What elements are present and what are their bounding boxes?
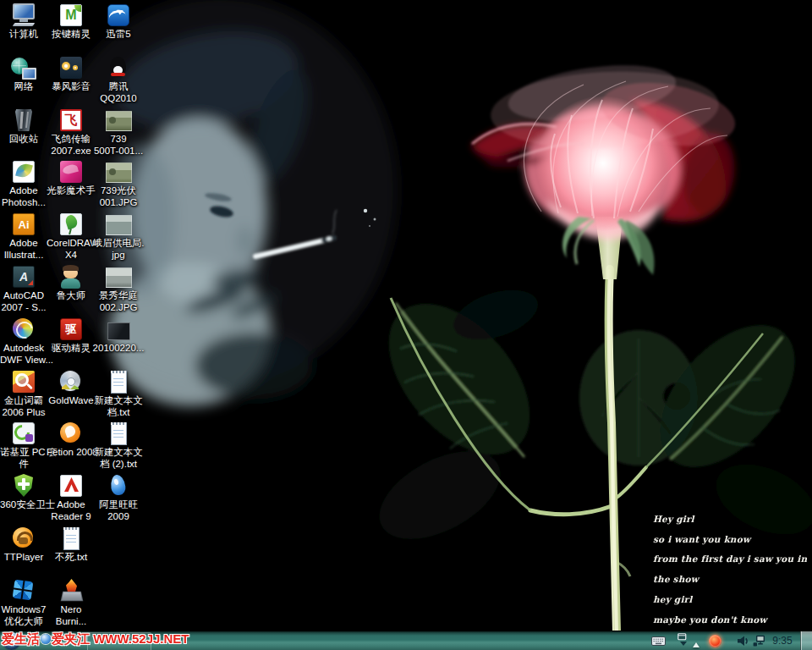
icon-label: 不死.txt [47, 552, 96, 564]
wallpaper-lyrics: Hey girlso i want you knowfrom the first… [653, 510, 812, 650]
photo-emei-gongdianju-icon [106, 212, 131, 236]
icon-label: 计算机 [0, 29, 47, 41]
anjian-jingling-icon: M [58, 3, 84, 27]
desktop-icon-photo-739-500t[interactable]: 739500T-001... [92, 107, 145, 157]
icon-label: AdobePhotosh... [0, 185, 47, 208]
icon-label: 网络 [0, 81, 47, 93]
icon-label: 新建文本文档 (2).txt [92, 447, 145, 470]
luda-shi-icon [58, 265, 84, 289]
lyric-line: maybe you don't know [653, 610, 812, 631]
show-hidden-icons-button[interactable] [693, 639, 700, 647]
volume-icon[interactable] [737, 635, 750, 647]
icon-label: 峨眉供电局.jpg [92, 238, 145, 261]
icon-label: 新建文本文档.txt [92, 395, 145, 418]
icon-label: 360安全卫士 [0, 499, 47, 511]
windows7-youhua-dashi-icon [11, 579, 36, 603]
computer-icon [11, 3, 36, 27]
desktop-icon-qudong-jingling[interactable]: 驱驱动精灵 [47, 317, 96, 355]
recycle-bin-icon [11, 108, 36, 132]
tencent-qq2010-icon [106, 56, 131, 80]
desktop-icon-coreldraw-x4[interactable]: CorelDRAWX4 [47, 212, 96, 261]
icon-label: AdobeReader 9 [47, 499, 96, 522]
qudong-jingling-icon: 驱 [58, 317, 84, 341]
lyric-line: so i want you know [653, 530, 812, 550]
desktop-icon-nokia-pc-suite[interactable]: 诺基亚 PC 套件 [0, 421, 47, 470]
adobe-reader-9-icon [58, 474, 84, 498]
watermark-site: WWW.52JJ.NET [93, 631, 189, 646]
desktop-icon-new-text-document-2[interactable]: 新建文本文档 (2).txt [92, 421, 145, 470]
icon-label: 鲁大师 [47, 290, 96, 302]
xunlei5-icon [106, 3, 131, 27]
icon-label: 迅雷5 [92, 29, 145, 41]
adobe-illustrator-icon: Ai [11, 212, 36, 236]
icon-label: 暴风影音 [47, 81, 96, 93]
language-bar-icon[interactable] [678, 633, 687, 641]
desktop-icon-fetion-2008[interactable]: Fetion 2008 [47, 421, 96, 459]
icon-label: 阿里旺旺2009 [92, 499, 145, 522]
desktop-icon-windows7-youhua-dashi[interactable]: Windows7优化大师 [0, 578, 47, 627]
nokia-pc-suite-icon [11, 421, 36, 445]
icon-label: 739500T-001... [92, 134, 145, 157]
lyric-line: Hey girl [653, 510, 812, 530]
desktop-icon-adobe-illustrator[interactable]: AiAdobeIllustrat... [0, 212, 47, 261]
watermark-text-pre: 爱生活 [2, 631, 40, 646]
desktop-icon-goldwave[interactable]: GoldWave [47, 369, 96, 407]
icon-label: 景秀华庭002.JPG [92, 290, 145, 313]
baofeng-yingyin-icon [58, 56, 84, 80]
desktop-icon-xunlei5[interactable]: 迅雷5 [92, 3, 145, 41]
busi-txt-icon [58, 526, 84, 550]
desktop-icon-ttplayer[interactable]: TTPlayer [0, 526, 47, 564]
icon-label: 飞鸽传输2007.exe [47, 134, 96, 157]
watermark-globe-icon [41, 634, 51, 644]
icon-label: AutodeskDWF View... [0, 343, 47, 366]
ttplayer-icon [11, 526, 36, 550]
fetion-2008-icon [58, 421, 84, 445]
icon-label: Fetion 2008 [47, 447, 96, 459]
desktop-icon-adobe-reader-9[interactable]: AdobeReader 9 [47, 473, 96, 522]
icon-label: 金山词霸2006 Plus [0, 395, 47, 418]
goldwave-icon [58, 370, 84, 394]
desktop-icon-tencent-qq2010[interactable]: 腾讯QQ2010 [92, 55, 145, 104]
desktop-icon-autocad-2007[interactable]: AAutoCAD2007 - S... [0, 264, 47, 313]
desktop-icon-feige-chuanshu[interactable]: 飞飞鸽传输2007.exe [47, 107, 96, 157]
desktop-icon-adobe-photoshop[interactable]: AdobePhotosh... [0, 159, 47, 208]
icon-label: NeroBurni... [47, 604, 96, 627]
desktop-icon-anjian-jingling[interactable]: M按键精灵 [47, 3, 96, 41]
coreldraw-x4-icon [58, 212, 84, 236]
network-icon[interactable] [753, 635, 765, 647]
desktop-icon-photo-jingxiu-huating[interactable]: 景秀华庭002.JPG [92, 264, 145, 313]
desktop-icon-photo-emei-gongdianju[interactable]: 峨眉供电局.jpg [92, 212, 145, 261]
icon-label: 驱动精灵 [47, 343, 96, 355]
icon-label: Windows7优化大师 [0, 604, 47, 627]
icon-label: TTPlayer [0, 552, 47, 564]
desktop-icon-luda-shi[interactable]: 鲁大师 [47, 264, 96, 302]
desktop-icon-computer[interactable]: 计算机 [0, 3, 47, 41]
icon-label: GoldWave [47, 395, 96, 407]
autocad-2007-icon: A [11, 265, 36, 289]
desktop-icon-ali-wangwang-2009[interactable]: 阿里旺旺2009 [92, 473, 145, 522]
desktop-icon-photo-739-guangfu[interactable]: 739光伏001.JPG [92, 159, 145, 208]
desktop-icon-guangying-moshushou[interactable]: 光影魔术手 [47, 159, 96, 197]
desktop-icon-recycle-bin[interactable]: 回收站 [0, 107, 47, 146]
desktop-icon-autodesk-dwf-viewer[interactable]: AutodeskDWF View... [0, 317, 47, 366]
desktop-icon-busi-txt[interactable]: 不死.txt [47, 526, 96, 564]
desktop-icon-360-safe-guard[interactable]: 360安全卫士 [0, 473, 47, 511]
language-caret-down-icon[interactable] [680, 642, 687, 649]
desktop-icon-nero-burning[interactable]: NeroBurni... [47, 578, 96, 627]
adobe-photoshop-icon [11, 160, 36, 184]
nero-burning-icon [58, 579, 84, 603]
desktop-icon-photo-20100220[interactable]: 20100220... [92, 317, 145, 355]
network-icon [11, 56, 36, 80]
desktop-icon-baofeng-yingyin[interactable]: 暴风影音 [47, 55, 96, 93]
desktop-icon-network[interactable]: 网络 [0, 55, 47, 93]
desktop-icon-jinshan-ciba-2006[interactable]: 金山词霸2006 Plus [0, 369, 47, 418]
photo-20100220-icon [106, 317, 131, 341]
icon-label: 腾讯QQ2010 [92, 81, 145, 104]
photo-jingxiu-huating-icon [106, 265, 131, 289]
desktop-icon-new-text-document[interactable]: 新建文本文档.txt [92, 369, 145, 418]
antivirus-tray-icon[interactable] [709, 635, 721, 647]
input-keyboard-icon[interactable] [651, 636, 666, 646]
show-desktop-button[interactable] [800, 631, 812, 650]
tray-clock[interactable]: 9:35 [766, 631, 798, 650]
icon-label: 回收站 [0, 134, 47, 146]
